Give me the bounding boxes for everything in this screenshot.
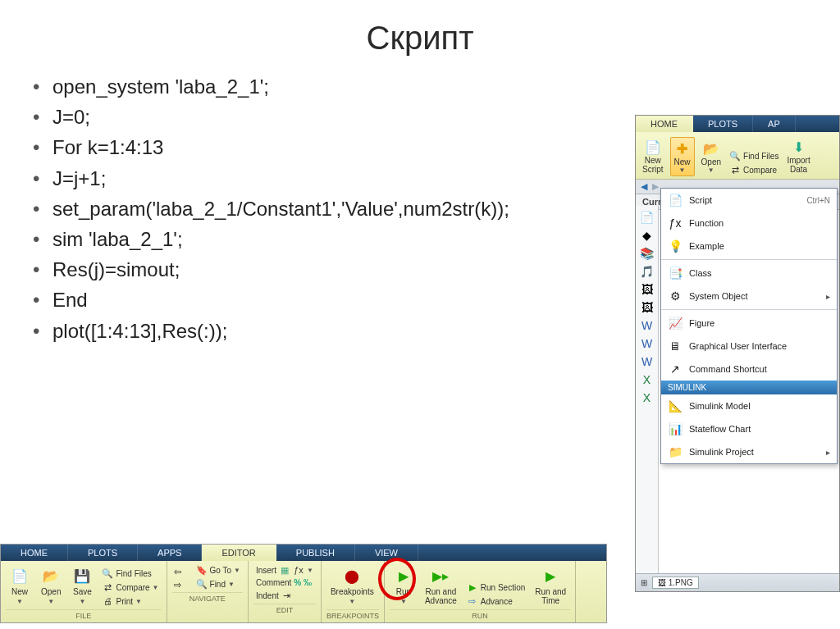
image-icon[interactable]: 🖼 xyxy=(641,283,653,296)
dropdown-item-shortcut[interactable]: ↗ Command Shortcut xyxy=(661,358,837,381)
comment-button[interactable]: Comment % ‰ xyxy=(253,577,316,588)
indent-icon: ⇥ xyxy=(281,590,293,601)
insert-icon: ▦ xyxy=(279,564,290,576)
shortcut-label: Ctrl+N xyxy=(806,196,830,205)
tab-apps[interactable]: AP xyxy=(753,116,796,132)
code-line: open_system 'laba_2_1'; xyxy=(33,71,840,102)
group-navigate: ⇦ ⇨ 🔖Go To ▼ 🔍Find ▼ NAVIGATE xyxy=(167,561,249,622)
open-button[interactable]: 📂 Open ▼ xyxy=(698,137,724,176)
indent-button[interactable]: Indent ⇥ xyxy=(253,589,316,602)
fx-icon: ƒx xyxy=(293,564,304,576)
tab-home[interactable]: HOME xyxy=(636,116,693,132)
back-icon[interactable]: ◀ xyxy=(641,181,647,192)
compare-icon: ⇄ xyxy=(729,164,741,175)
excel-icon[interactable]: X xyxy=(643,391,651,404)
plus-icon: ✚ xyxy=(673,139,692,157)
arrow-icon[interactable]: ⇦ xyxy=(172,566,184,577)
chevron-down-icon: ▼ xyxy=(16,598,23,605)
run-section-icon: ▶ xyxy=(467,581,478,593)
figure-icon: 📈 xyxy=(668,316,682,330)
run-section-button[interactable]: ▶Run Section xyxy=(464,581,527,594)
simulink-model-icon: 📐 xyxy=(668,399,682,413)
open-label: Open xyxy=(41,587,61,596)
tab-publish[interactable]: PUBLISH xyxy=(276,545,355,561)
new-script-icon: 📄 xyxy=(644,138,662,156)
new-script-button[interactable]: 📄 New Script xyxy=(639,135,667,176)
find-files-button[interactable]: 🔍Find Files xyxy=(99,567,161,580)
run-button[interactable]: ▶ Run ▼ xyxy=(390,563,418,608)
dropdown-item-class[interactable]: 📑 Class xyxy=(661,262,837,285)
insert-button[interactable]: Insert ▦ ƒx ▼ xyxy=(253,563,316,577)
group-run: ▶ Run ▼ ▶▸ Run and Advance ▶Run Section … xyxy=(385,561,576,622)
save-button[interactable]: 💾 Save ▼ xyxy=(68,563,96,608)
dropdown-item-simulink-model[interactable]: 📐 Simulink Model xyxy=(661,394,837,417)
home-toolbar: 📄 New Script ✚ New ▼ 📂 Open ▼ 🔍Find File… xyxy=(636,132,839,180)
gui-icon: 🖥 xyxy=(668,339,682,353)
new-button[interactable]: 📄 New ▼ xyxy=(6,563,34,608)
dropdown-item-example[interactable]: 💡 Example xyxy=(661,235,837,258)
ribbon-tabs: HOME PLOTS AP xyxy=(636,116,839,132)
chevron-down-icon: ▼ xyxy=(48,598,54,605)
dropdown-item-stateflow[interactable]: 📊 Stateflow Chart xyxy=(661,417,837,440)
tab-view[interactable]: VIEW xyxy=(355,545,418,561)
fx-icon: ƒx xyxy=(668,216,682,230)
compare-button[interactable]: ⇄Compare ▼ xyxy=(99,581,161,594)
dropdown-item-gui[interactable]: 🖥 Graphical User Interface xyxy=(661,335,837,358)
dropdown-item-script[interactable]: 📄 Script Ctrl+N xyxy=(661,189,837,212)
word-icon[interactable]: W xyxy=(641,319,652,332)
script-icon: 📄 xyxy=(668,193,682,207)
group-label: RUN xyxy=(390,609,570,622)
advance-button[interactable]: ⇨Advance xyxy=(464,595,527,608)
group-label: EDIT xyxy=(253,604,316,617)
group-edit: Insert ▦ ƒx ▼ Comment % ‰ Indent ⇥ EDIT xyxy=(249,561,322,622)
forward-icon[interactable]: ▶ xyxy=(652,181,659,192)
open-folder-icon: 📂 xyxy=(702,139,720,157)
dropdown-item-figure[interactable]: 📈 Figure xyxy=(661,312,837,335)
group-label: BREAKPOINTS xyxy=(326,609,379,622)
taskbar-start-icon[interactable]: ⊞ xyxy=(641,578,647,587)
find-button[interactable]: 🔍Find ▼ xyxy=(194,577,243,590)
dropdown-item-system-object[interactable]: ⚙ System Object ▸ xyxy=(661,285,837,308)
tab-apps[interactable]: APPS xyxy=(138,545,202,561)
chevron-down-icon: ▼ xyxy=(135,598,142,605)
arrow-icon[interactable]: ⇨ xyxy=(172,579,184,590)
chevron-down-icon: ▼ xyxy=(400,598,407,605)
matlab-icon[interactable]: ◆ xyxy=(642,229,651,242)
run-time-icon: ▶ xyxy=(541,566,560,586)
taskbar-item[interactable]: 🖼 1.PNG xyxy=(652,577,699,589)
open-folder-icon: 📂 xyxy=(41,566,61,586)
sidebar-icons: 📄 ◆ 📚 🎵 🖼 🖼 W W W X X xyxy=(636,206,659,591)
compare-button[interactable]: ⇄Compare xyxy=(728,163,780,176)
dropdown-item-function[interactable]: ƒx Function xyxy=(661,212,837,235)
goto-button[interactable]: 🔖Go To ▼ xyxy=(194,563,243,577)
books-icon[interactable]: 📚 xyxy=(640,247,654,260)
tab-plots[interactable]: PLOTS xyxy=(68,545,138,561)
doc-icon[interactable]: 📄 xyxy=(640,211,654,224)
divider xyxy=(661,259,837,260)
tab-plots[interactable]: PLOTS xyxy=(693,116,753,132)
stateflow-icon: 📊 xyxy=(668,422,682,436)
import-data-button[interactable]: ⬇ Import Data xyxy=(783,135,813,176)
word-icon[interactable]: W xyxy=(641,337,652,350)
find-files-button[interactable]: 🔍Find Files xyxy=(728,149,780,162)
chevron-down-icon: ▼ xyxy=(708,166,714,174)
group-file: 📄 New ▼ 📂 Open ▼ 💾 Save ▼ 🔍Find Files ⇄C… xyxy=(1,561,167,622)
percent-icon: % ‰ xyxy=(294,578,312,587)
tab-home[interactable]: HOME xyxy=(1,545,68,561)
music-icon[interactable]: 🎵 xyxy=(640,265,654,278)
breakpoints-button[interactable]: ⬤ Breakpoints ▼ xyxy=(326,563,378,608)
advance-icon: ⇨ xyxy=(467,595,478,607)
excel-icon[interactable]: X xyxy=(643,373,651,386)
new-button[interactable]: ✚ New ▼ xyxy=(670,137,695,176)
open-button[interactable]: 📂 Open ▼ xyxy=(37,563,65,608)
image-icon[interactable]: 🖼 xyxy=(641,301,653,314)
tab-editor[interactable]: EDITOR xyxy=(202,545,276,561)
chevron-down-icon: ▼ xyxy=(679,166,686,174)
run-time-button[interactable]: ▶ Run and Time xyxy=(531,563,570,608)
search-icon: 🔍 xyxy=(196,578,208,590)
run-advance-button[interactable]: ▶▸ Run and Advance xyxy=(421,563,461,608)
word-icon[interactable]: W xyxy=(641,355,652,368)
dropdown-item-simulink-project[interactable]: 📁 Simulink Project ▸ xyxy=(661,440,837,463)
print-button[interactable]: 🖨Print ▼ xyxy=(99,595,161,608)
divider xyxy=(661,309,837,310)
